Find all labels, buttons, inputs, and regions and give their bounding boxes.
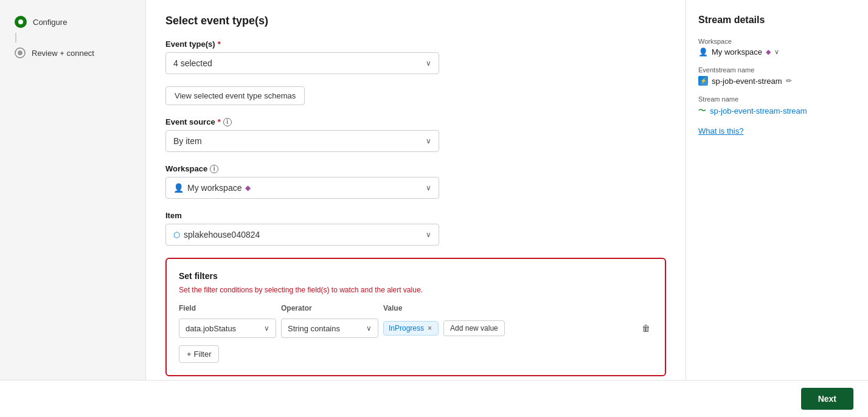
item-content: ⬡ splakehouse040824 <box>173 230 260 240</box>
plus-icon: + <box>187 350 192 359</box>
field-column-header: Field <box>179 304 276 312</box>
next-button[interactable]: Next <box>801 388 853 410</box>
eventstream-edit-icon[interactable]: ✏ <box>786 77 792 85</box>
operator-chevron-icon: ∨ <box>366 324 372 333</box>
event-types-dropdown[interactable]: 4 selected ∨ <box>165 52 439 74</box>
sidebar-label-configure: Configure <box>33 18 67 27</box>
event-types-section: Event type(s) * 4 selected ∨ <box>165 40 666 74</box>
filters-box: Set filters Set the filter conditions by… <box>165 258 666 376</box>
required-star: * <box>218 40 221 49</box>
sidebar: Configure Review + connect <box>0 0 146 417</box>
view-schemas-section: View selected event type schemas <box>165 86 666 105</box>
workspace-chevron-icon: ∨ <box>426 184 431 192</box>
workspace-section: Workspace i 👤 My workspace ◆ ∨ <box>165 164 666 199</box>
workspace-diamond-icon: ◆ <box>245 184 251 192</box>
add-filter-button[interactable]: + Filter <box>179 345 219 363</box>
event-source-section: Event source * i By item ∨ <box>165 117 666 152</box>
filters-title: Set filters <box>179 271 653 281</box>
stream-detail-label: Stream name <box>698 95 856 103</box>
stream-detail-value: 〜 sp-job-event-stream-stream <box>698 105 856 116</box>
workspace-detail-label: Workspace <box>698 38 856 45</box>
event-source-value: By item <box>173 136 202 146</box>
item-dropdown[interactable]: ⬡ splakehouse040824 ∨ <box>165 224 439 246</box>
view-schemas-button[interactable]: View selected event type schemas <box>165 86 305 105</box>
filter-row: data.jobStatus ∨ String contains ∨ InPro… <box>179 319 653 338</box>
item-form-label: Item <box>165 211 666 220</box>
stream-icon: 〜 <box>698 105 706 116</box>
field-chevron-icon: ∨ <box>264 324 269 333</box>
sidebar-item-review[interactable]: Review + connect <box>10 44 136 62</box>
event-source-dropdown[interactable]: By item ∨ <box>165 130 439 152</box>
filters-columns-header: Field Operator Value <box>179 304 653 312</box>
event-types-chevron-icon: ∨ <box>426 59 431 67</box>
eventstream-icon: ⚡ <box>698 76 708 86</box>
detail-person-icon: 👤 <box>698 47 708 57</box>
workspace-detail-value: 👤 My workspace ◆ ∨ <box>698 47 856 57</box>
panel-title: Stream details <box>698 15 856 26</box>
sidebar-item-configure[interactable]: Configure <box>10 12 136 32</box>
lakehouse-icon: ⬡ <box>173 230 180 240</box>
field-select-value: data.jobStatus <box>186 324 236 333</box>
main-content: Select event type(s) Event type(s) * 4 s… <box>146 0 686 417</box>
bottom-bar: Next <box>0 380 868 417</box>
workspace-dropdown[interactable]: 👤 My workspace ◆ ∨ <box>165 177 439 199</box>
workspace-info-icon[interactable]: i <box>210 165 218 173</box>
item-chevron-icon: ∨ <box>426 230 431 239</box>
workspace-content: 👤 My workspace ◆ <box>173 183 251 193</box>
eventstream-detail-value: ⚡ sp-job-event-stream ✏ <box>698 76 856 86</box>
eventstream-detail-label: Eventstream name <box>698 66 856 74</box>
item-section: Item ⬡ splakehouse040824 ∨ <box>165 211 666 246</box>
workspace-person-icon: 👤 <box>173 183 184 193</box>
page-title: Select event type(s) <box>165 15 666 27</box>
add-filter-label: Filter <box>194 350 212 359</box>
event-source-info-icon[interactable]: i <box>223 118 232 126</box>
step-indicator-configure <box>15 16 27 28</box>
operator-column-header: Operator <box>281 304 378 312</box>
workspace-form-label: Workspace i <box>165 164 666 173</box>
event-source-label: Event source * i <box>165 117 666 126</box>
item-value: splakehouse040824 <box>184 230 260 240</box>
value-column-header: Value <box>383 304 653 312</box>
operator-select-dropdown[interactable]: String contains ∨ <box>281 319 378 338</box>
detail-diamond-icon: ◆ <box>766 48 771 56</box>
operator-select-value: String contains <box>288 324 340 333</box>
add-new-value-button[interactable]: Add new value <box>443 320 505 336</box>
what-is-link[interactable]: What is this? <box>698 126 743 136</box>
step-indicator-review <box>15 47 26 58</box>
workspace-value: My workspace <box>187 183 241 193</box>
event-types-value: 4 selected <box>173 58 212 68</box>
workspace-chevron-detail[interactable]: ∨ <box>774 48 779 56</box>
value-tag: InProgress × <box>383 321 439 336</box>
delete-filter-icon[interactable]: 🗑 <box>639 321 653 336</box>
right-panel: Stream details Workspace 👤 My workspace … <box>686 0 868 417</box>
value-tag-close-icon[interactable]: × <box>426 324 433 333</box>
sidebar-label-review: Review + connect <box>32 49 94 58</box>
field-select-dropdown[interactable]: data.jobStatus ∨ <box>179 319 276 338</box>
event-types-label: Event type(s) * <box>165 40 666 49</box>
filters-description: Set the filter conditions by selecting t… <box>179 286 653 294</box>
event-source-chevron-icon: ∨ <box>426 137 431 145</box>
value-tag-text: InProgress <box>389 324 424 333</box>
